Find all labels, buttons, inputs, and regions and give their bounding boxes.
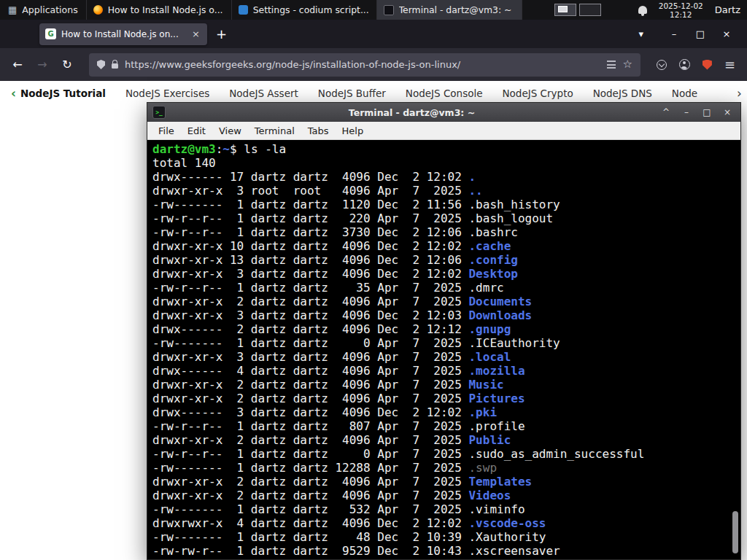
terminal-listing-line: -rw-rw-r-- 1 dartz dartz 9529 Dec 2 10:4… <box>152 544 730 558</box>
terminal-listing-line: -rw-r--r-- 1 dartz dartz 3730 Dec 2 12:0… <box>152 225 730 239</box>
terminal-menu-item[interactable]: Edit <box>181 125 212 136</box>
terminal-listing-line: drwxr-xr-x 3 dartz dartz 4096 Dec 2 12:0… <box>152 308 730 322</box>
terminal-app-icon: >_ <box>152 106 166 119</box>
terminal-listing-line: drwxr-xr-x 10 dartz dartz 4096 Dec 2 12:… <box>152 239 730 253</box>
workspace-1[interactable] <box>554 4 576 16</box>
site-nav-item[interactable]: NodeJS DNS <box>593 88 652 99</box>
site-nav-active-item[interactable]: ‹ NodeJS Tutorial <box>11 88 106 100</box>
list-all-tabs-icon[interactable]: ▾ <box>638 28 643 39</box>
site-nav-item[interactable]: NodeJS Console <box>406 88 483 99</box>
tracking-protection-shield-icon[interactable] <box>97 60 105 69</box>
prompt-path: ~ <box>222 142 230 156</box>
listing-attributes: drwxr-xr-x 2 dartz dartz 4096 Apr 7 2025 <box>152 392 468 405</box>
site-nav-items: NodeJS ExercisesNodeJS AssertNodeJS Buff… <box>125 88 697 99</box>
site-nav-item[interactable]: NodeJS Assert <box>229 88 298 99</box>
terminal-listing-line: drwxr-xr-x 13 dartz dartz 4096 Dec 2 12:… <box>152 253 730 267</box>
terminal-maximize-button[interactable]: □ <box>699 107 715 117</box>
terminal-scrollbar-thumb[interactable] <box>732 511 738 553</box>
bookmark-star-icon[interactable]: ☆ <box>622 59 632 70</box>
hamburger-menu-icon[interactable]: ≡ <box>724 58 735 71</box>
terminal-listing-line: -rw------- 1 dartz dartz 532 Apr 7 2025 … <box>152 502 730 516</box>
reader-mode-icon[interactable] <box>607 61 616 69</box>
listing-attributes: drwx------ 17 dartz dartz 4096 Dec 2 12:… <box>152 170 468 184</box>
terminal-menu-item[interactable]: Tabs <box>301 125 336 136</box>
listing-filename: .config <box>468 253 517 267</box>
terminal-menu-item[interactable]: File <box>152 125 181 136</box>
account-icon[interactable] <box>679 59 690 70</box>
notification-bell-icon[interactable] <box>638 6 647 14</box>
listing-attributes: -rw-rw-r-- 1 dartz dartz 9529 Dec 2 10:4… <box>152 544 468 558</box>
terminal-menu-item[interactable]: Terminal <box>248 125 301 136</box>
applications-menu[interactable]: ▦ Applications <box>0 0 87 20</box>
listing-filename: Downloads <box>468 308 532 322</box>
listing-attributes: drwxr-xr-x 13 dartz dartz 4096 Dec 2 12:… <box>152 253 468 267</box>
taskbar-button-label: How to Install Node.js o... <box>108 4 223 15</box>
site-nav-item[interactable]: Node <box>672 88 697 99</box>
terminal-menu-item[interactable]: Help <box>336 125 371 136</box>
listing-filename: Pictures <box>468 392 525 405</box>
listing-attributes: -rw-r--r-- 1 dartz dartz 35 Apr 7 2025 <box>152 281 468 295</box>
tab-close-icon[interactable]: × <box>190 28 201 39</box>
chevron-right-icon[interactable]: › <box>737 88 742 100</box>
forward-button[interactable]: → <box>34 58 51 71</box>
listing-filename: .cache <box>468 239 511 253</box>
lock-icon[interactable] <box>112 63 118 69</box>
terminal-command: ls -la <box>244 142 286 156</box>
taskbar: How to Install Node.js o...Settings - co… <box>87 0 522 20</box>
new-tab-button[interactable]: + <box>216 26 227 42</box>
browser-minimize-button[interactable]: – <box>661 28 687 39</box>
panel-user-menu[interactable]: Dartz <box>715 4 740 15</box>
reload-button[interactable]: ↻ <box>58 58 76 71</box>
taskbar-button-label: Settings - codium script... <box>253 4 369 15</box>
taskbar-button[interactable]: Terminal - dartz@vm3: ~ <box>377 0 522 20</box>
listing-filename: .vscode-oss <box>468 516 546 530</box>
applications-label: Applications <box>22 4 77 15</box>
terminal-listing-line: -rw------- 1 dartz dartz 1120 Dec 2 11:5… <box>152 198 730 211</box>
terminal-scrollbar[interactable] <box>732 141 739 558</box>
url-text[interactable]: https://www.geeksforgeeks.org/node-js/in… <box>125 59 600 70</box>
taskbar-button[interactable]: How to Install Node.js o... <box>87 0 232 20</box>
listing-attributes: drwxrwxr-x 4 dartz dartz 4096 Dec 2 12:0… <box>152 516 468 530</box>
browser-tab[interactable]: G How to Install Node.js on... × <box>39 23 207 45</box>
site-nav-active-label: NodeJS Tutorial <box>20 88 106 99</box>
listing-filename: .swp <box>468 461 497 475</box>
terminal-minimize-button[interactable]: – <box>678 107 694 117</box>
listing-attributes: drwxr-xr-x 3 root root 4096 Apr 7 2025 <box>152 184 468 198</box>
taskbar-button[interactable]: Settings - codium script... <box>232 0 377 20</box>
toolbar-right-icons: ≡ <box>654 58 738 71</box>
site-nav-item[interactable]: NodeJS Exercises <box>125 88 209 99</box>
taskbar-button-label: Terminal - dartz@vm3: ~ <box>399 4 512 15</box>
terminal-menu-item[interactable]: View <box>212 125 248 136</box>
vscodium-icon <box>239 5 248 15</box>
firefox-icon <box>93 5 103 15</box>
url-bar[interactable]: https://www.geeksforgeeks.org/node-js/in… <box>89 53 640 77</box>
listing-filename: .bash_history <box>468 198 560 211</box>
listing-filename: .viminfo <box>468 502 525 516</box>
terminal-listing-line: -rw-r--r-- 1 dartz dartz 35 Apr 7 2025 .… <box>152 281 730 295</box>
prompt-separator: : <box>216 142 223 156</box>
listing-attributes: drwxr-xr-x 2 dartz dartz 4096 Apr 7 2025 <box>152 475 468 489</box>
browser-maximize-button[interactable]: □ <box>687 28 713 39</box>
workspace-2[interactable] <box>579 4 601 16</box>
browser-tab-bar: G How to Install Node.js on... × + ▾ – □… <box>0 20 747 48</box>
listing-filename: Music <box>468 378 503 392</box>
site-nav-item[interactable]: NodeJS Buffer <box>318 88 386 99</box>
listing-filename: Documents <box>468 295 532 308</box>
listing-attributes: drwxr-xr-x 3 dartz dartz 4096 Apr 7 2025 <box>152 350 468 364</box>
terminal-shade-button[interactable]: ^ <box>658 107 674 117</box>
clock-date: 2025-12-02 <box>659 1 703 10</box>
browser-close-button[interactable]: × <box>713 28 740 39</box>
listing-filename: .bash_logout <box>468 211 553 225</box>
pocket-icon[interactable] <box>657 60 667 70</box>
terminal-titlebar[interactable]: >_ Terminal - dartz@vm3: ~ ^ – □ × <box>147 103 740 122</box>
prompt-user-host: dartz@vm3 <box>152 142 216 156</box>
panel-clock[interactable]: 2025-12-02 12:12 <box>659 1 703 19</box>
terminal-output[interactable]: dartz@vm3:~$ ls -latotal 140drwx------ 1… <box>147 140 740 559</box>
terminal-close-button[interactable]: × <box>719 107 735 117</box>
listing-attributes: drwxr-xr-x 3 dartz dartz 4096 Dec 2 12:0… <box>152 308 468 322</box>
back-button[interactable]: ← <box>9 58 26 71</box>
extension-icon[interactable] <box>703 60 712 70</box>
listing-attributes: -rw------- 1 dartz dartz 12288 Apr 7 202… <box>152 461 468 475</box>
site-nav-item[interactable]: NodeJS Crypto <box>503 88 573 99</box>
workspace-switcher <box>554 0 601 20</box>
